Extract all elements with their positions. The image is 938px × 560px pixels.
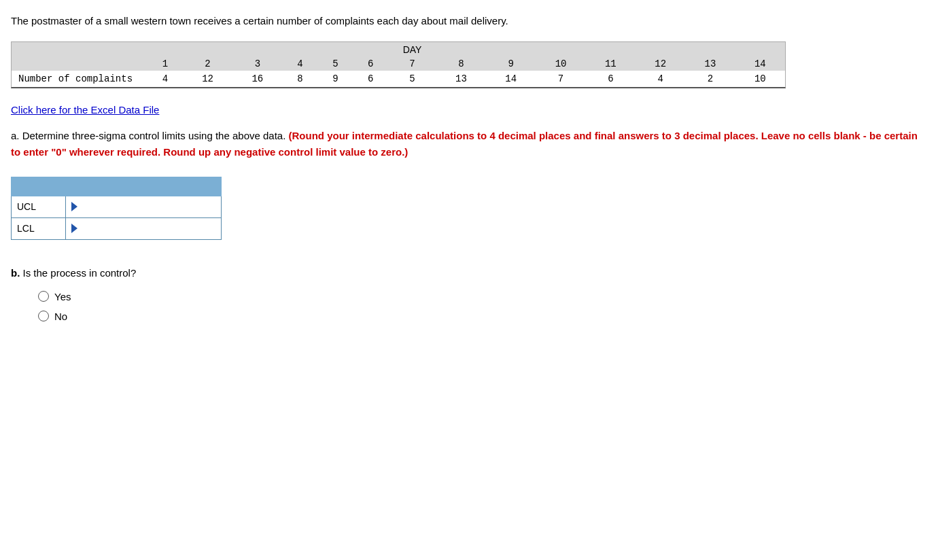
complaint-11: 6 [586,71,636,87]
day-1: 1 [147,57,183,71]
lcl-arrow-icon [71,224,77,233]
radio-no[interactable]: No [38,311,927,322]
complaint-1: 4 [147,71,183,87]
day-2: 2 [183,57,232,71]
section-b: b. Is the process in control? Yes No [11,267,927,322]
radio-yes[interactable]: Yes [38,291,927,302]
day-7: 7 [388,57,436,71]
row-label: Number of complaints [12,71,147,87]
complaint-7: 5 [388,71,436,87]
ucl-input[interactable] [80,201,215,212]
complaint-12: 4 [636,71,685,87]
section-b-bold: b. [11,267,20,279]
day-14: 14 [735,57,785,71]
instruction-text: a. Determine three-sigma control limits … [11,128,922,160]
lcl-label: LCL [12,217,66,239]
day-11: 11 [586,57,636,71]
excel-link[interactable]: Click here for the Excel Data File [11,104,159,116]
control-table: UCL LCL [11,177,222,240]
day-3: 3 [232,57,282,71]
complaint-3: 16 [232,71,282,87]
day-12: 12 [636,57,685,71]
radio-group: Yes No [38,291,927,322]
lcl-input[interactable] [80,223,215,234]
data-table-wrapper: DAY 1 2 3 4 5 6 7 8 9 10 11 12 13 14 [11,41,786,88]
day-9: 9 [486,57,536,71]
instruction-prefix: a. Determine three-sigma control limits … [11,130,289,141]
day-8: 8 [436,57,486,71]
complaint-4: 8 [283,71,318,87]
radio-yes-label: Yes [54,291,71,302]
radio-no-circle [38,311,49,321]
complaint-9: 14 [486,71,536,87]
day-header-label: DAY [388,42,436,57]
ucl-arrow-icon [71,202,77,211]
complaint-8: 13 [436,71,486,87]
day-6: 6 [353,57,388,71]
day-4: 4 [283,57,318,71]
lcl-input-cell [65,217,221,239]
control-table-wrapper: UCL LCL [11,177,927,240]
lcl-row: LCL [12,217,222,239]
ucl-input-cell [65,196,221,217]
day-10: 10 [536,57,585,71]
radio-yes-circle [38,291,49,302]
complaints-row: Number of complaints 4 12 16 8 9 6 5 13 … [12,71,785,87]
radio-no-label: No [54,311,67,322]
complaint-5: 9 [317,71,353,87]
ucl-label: UCL [12,196,66,217]
ucl-row: UCL [12,196,222,217]
complaint-2: 12 [183,71,232,87]
control-table-header [12,177,222,196]
complaint-13: 2 [685,71,735,87]
complaint-6: 6 [353,71,388,87]
data-table: DAY 1 2 3 4 5 6 7 8 9 10 11 12 13 14 [12,42,785,87]
day-13: 13 [685,57,735,71]
section-b-text: Is the process in control? [23,267,137,279]
day-5: 5 [317,57,353,71]
intro-text: The postmaster of a small western town r… [11,14,927,29]
complaint-14: 10 [735,71,785,87]
complaint-10: 7 [536,71,585,87]
